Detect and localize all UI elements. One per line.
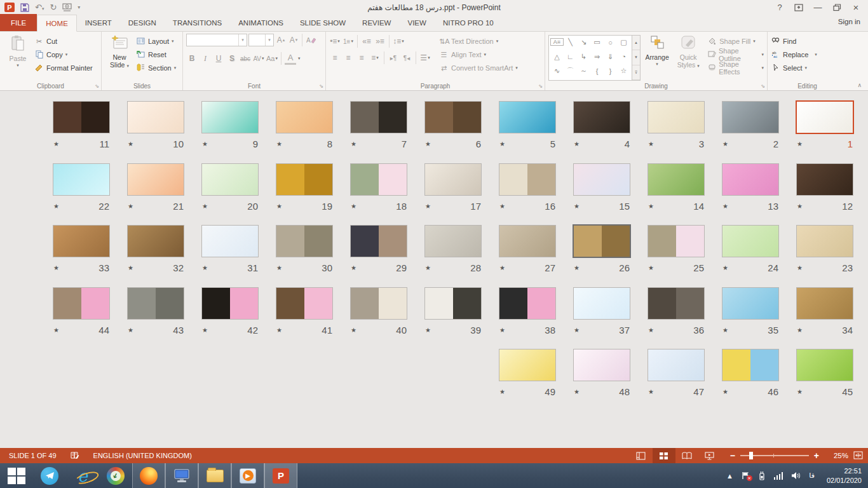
underline-button[interactable]: U (213, 53, 224, 65)
animation-star-icon[interactable]: ★ (425, 264, 431, 271)
power-icon[interactable] (758, 471, 766, 480)
animation-star-icon[interactable]: ★ (202, 327, 208, 334)
rectangle-shape-icon[interactable]: ▭ (590, 36, 604, 48)
layout-button[interactable]: Layout▾ (136, 36, 176, 47)
powerpoint-app-icon[interactable]: P (4, 3, 15, 12)
align-center-button[interactable]: ≡ (342, 52, 354, 64)
right-arrow-shape-icon[interactable]: ⇒ (590, 51, 604, 63)
ribbon-display-options-button[interactable] (790, 1, 807, 13)
align-text-button[interactable]: ☰ Align Text▾ (439, 49, 518, 60)
animation-star-icon[interactable]: ★ (574, 327, 580, 334)
line-shape-icon[interactable]: ╲ (564, 36, 577, 48)
animation-star-icon[interactable]: ★ (202, 264, 208, 271)
font-dialog-launcher[interactable]: ⇘ (319, 83, 323, 89)
zoom-out-button[interactable]: − (730, 451, 735, 461)
animation-star-icon[interactable]: ★ (128, 203, 133, 210)
scribble-shape-icon[interactable]: ∿ (550, 65, 564, 77)
animation-star-icon[interactable]: ★ (128, 264, 133, 271)
slide-thumbnail-34-mud-brick-wall[interactable] (797, 288, 853, 319)
slide-thumbnail-33-brick-wall-photo[interactable] (53, 226, 109, 257)
redo-icon[interactable]: ↻ (50, 3, 57, 11)
slide-thumbnail-25-mound-pink-panel[interactable] (648, 226, 704, 257)
zoom-percentage[interactable]: 25% (824, 452, 848, 459)
close-button[interactable]: × (848, 1, 864, 13)
file-explorer-icon[interactable] (198, 463, 231, 488)
slide-thumbnail-26-skeleton-excavation[interactable] (574, 226, 630, 257)
start-slideshow-icon[interactable] (62, 3, 72, 12)
clipboard-dialog-launcher[interactable]: ⇘ (95, 83, 99, 89)
animation-star-icon[interactable]: ★ (276, 203, 282, 210)
decrease-font-size-button[interactable]: A▾ (288, 34, 299, 46)
animation-star-icon[interactable]: ★ (499, 388, 505, 395)
slide-thumbnail-41-dirt-artifact-pink[interactable] (276, 288, 332, 319)
oval-shape-icon[interactable]: ○ (604, 36, 617, 48)
reset-button[interactable]: Reset (136, 49, 176, 60)
animation-star-icon[interactable]: ★ (202, 140, 208, 147)
animation-star-icon[interactable]: ★ (797, 327, 803, 334)
animation-star-icon[interactable]: ★ (276, 264, 282, 271)
align-left-button[interactable]: ≡ (329, 52, 341, 64)
find-button[interactable]: Find (771, 36, 817, 47)
animation-star-icon[interactable]: ★ (797, 388, 803, 395)
shapes-more-icon[interactable]: ⊽ (632, 65, 640, 80)
slide-thumbnail-32-ziggurat-building[interactable] (128, 226, 184, 257)
slide-thumbnail-36-dark-artifact-pair[interactable] (648, 288, 704, 319)
slide-thumbnail-28-pale-stone-slide[interactable] (425, 226, 481, 257)
slide-thumbnail-14-green-garden-text[interactable] (648, 164, 704, 195)
animation-star-icon[interactable]: ★ (53, 140, 59, 147)
powerpoint-taskbar-icon[interactable]: P (264, 463, 297, 488)
slide-thumbnail-19-gold-artifacts[interactable] (276, 164, 332, 195)
animation-star-icon[interactable]: ★ (53, 203, 59, 210)
tab-review[interactable]: REVIEW (354, 14, 399, 31)
animation-star-icon[interactable]: ★ (53, 264, 59, 271)
slide-thumbnail-12-dark-rock-carvings[interactable] (797, 164, 853, 195)
media-player-icon[interactable]: ▶ (231, 463, 264, 488)
network-signal-icon[interactable] (774, 472, 783, 480)
animation-star-icon[interactable]: ★ (351, 264, 356, 271)
quick-styles-button[interactable]: QuickStyles ▾ (674, 34, 703, 81)
slide-thumbnail-44-excavation-pink-panel[interactable] (53, 288, 109, 319)
slide-thumbnail-13-pink-trees-slide[interactable] (722, 164, 778, 195)
animation-star-icon[interactable]: ★ (648, 327, 654, 334)
copy-button[interactable]: Copy ▾ (34, 49, 93, 60)
italic-button[interactable]: I (200, 53, 211, 65)
slide-thumbnail-6-museum-pottery-photos[interactable] (425, 102, 481, 133)
animation-star-icon[interactable]: ★ (722, 203, 728, 210)
animation-star-icon[interactable]: ★ (128, 327, 133, 334)
line-spacing-button[interactable]: ↕≡▾ (393, 36, 404, 48)
slideshow-view-button[interactable] (698, 448, 721, 463)
animation-star-icon[interactable]: ★ (797, 264, 803, 271)
idm-icon[interactable] (99, 463, 132, 488)
help-button[interactable]: ? (771, 1, 788, 13)
slide-thumbnail-9-teal-text-slide[interactable] (202, 102, 258, 133)
zoom-in-button[interactable]: + (814, 451, 819, 461)
tab-home[interactable]: HOME (37, 15, 77, 32)
normal-view-button[interactable] (630, 448, 653, 463)
animation-star-icon[interactable]: ★ (425, 327, 431, 334)
slide-sorter-view-button[interactable] (653, 448, 675, 463)
slide-thumbnail-43-stone-slabs[interactable] (128, 288, 184, 319)
animation-star-icon[interactable]: ★ (722, 140, 728, 147)
slide-thumbnail-3-cream-framed-text[interactable] (648, 102, 704, 133)
bold-button[interactable]: B (186, 53, 198, 65)
paragraph-dialog-launcher[interactable]: ⇘ (538, 83, 543, 89)
shapes-gallery[interactable]: A≡ ╲ ↘ ▭ ○ ▢ △ ∟ ↳ ⇒ ⇓ ◔ ∿ ⌒ ～ { } (548, 35, 632, 81)
slide-thumbnail-4-brick-arches-photo[interactable] (574, 102, 630, 133)
increase-font-size-button[interactable]: A▴ (275, 34, 287, 46)
slide-thumbnail-23-tan-thought-clouds[interactable] (797, 226, 853, 257)
animation-star-icon[interactable]: ★ (648, 203, 654, 210)
clock[interactable]: 22:51 02/01/2020 (823, 466, 862, 485)
clear-formatting-button[interactable]: A (305, 34, 316, 46)
animation-star-icon[interactable]: ★ (648, 264, 654, 271)
animation-star-icon[interactable]: ★ (574, 264, 580, 271)
triangle-shape-icon[interactable]: △ (550, 51, 564, 63)
remote-desktop-icon[interactable] (165, 463, 198, 488)
increase-indent-button[interactable]: »≡ (374, 36, 386, 48)
shapes-scroll-up-icon[interactable]: ▲ (632, 36, 640, 50)
undo-icon[interactable]: ↶▾ (35, 3, 44, 11)
telegram-icon[interactable] (33, 463, 66, 488)
numbering-button[interactable]: 1≡▾ (342, 36, 354, 48)
font-color-button[interactable]: A (285, 53, 296, 65)
slide-thumbnail-7-statue-photos-dark[interactable] (351, 102, 407, 133)
animation-star-icon[interactable]: ★ (53, 327, 59, 334)
